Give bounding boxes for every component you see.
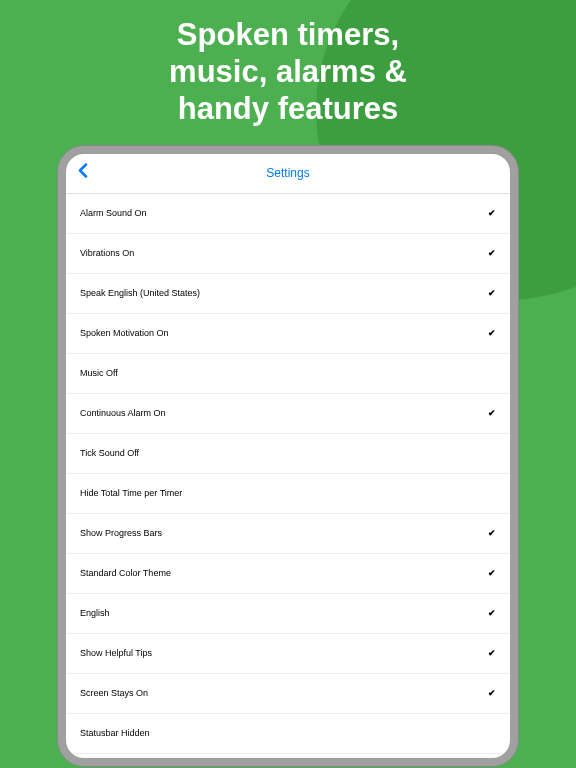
headline-line: handy features [169,90,407,127]
settings-row-label: Statusbar Hidden [80,728,150,738]
nav-title: Settings [66,166,510,180]
settings-row-spoken-motivation[interactable]: Spoken Motivation On ✔ [66,314,510,354]
settings-row-label: Standard Color Theme [80,568,171,578]
headline-line: music, alarms & [169,53,407,90]
settings-row-language[interactable]: English ✔ [66,594,510,634]
settings-row-hide-total-time[interactable]: Hide Total Time per Timer ✔ [66,474,510,514]
settings-row-alarm-sound[interactable]: Alarm Sound On ✔ [66,194,510,234]
settings-row-tick-sound[interactable]: Tick Sound Off ✔ [66,434,510,474]
settings-row-color-theme[interactable]: Standard Color Theme ✔ [66,554,510,594]
tablet-frame: Settings Alarm Sound On ✔ Vibrations On … [58,146,518,766]
check-icon: ✔ [488,248,496,258]
check-icon: ✔ [488,608,496,618]
check-icon: ✔ [488,408,496,418]
settings-row-label: Music Off [80,368,118,378]
settings-row-label: Tick Sound Off [80,448,139,458]
settings-row-label: Vibrations On [80,248,134,258]
check-icon: ✔ [488,288,496,298]
settings-row-continuous-alarm[interactable]: Continuous Alarm On ✔ [66,394,510,434]
check-icon: ✔ [488,528,496,538]
settings-row-progress-bars[interactable]: Show Progress Bars ✔ [66,514,510,554]
navigation-bar: Settings [66,154,510,194]
settings-row-vibrations[interactable]: Vibrations On ✔ [66,234,510,274]
settings-row-label: Show Progress Bars [80,528,162,538]
check-icon: ✔ [488,688,496,698]
check-icon: ✔ [488,648,496,658]
settings-row-label: English [80,608,110,618]
settings-row-label: Alarm Sound On [80,208,147,218]
settings-row-label: Continuous Alarm On [80,408,166,418]
settings-row-music[interactable]: Music Off ✔ [66,354,510,394]
check-icon: ✔ [488,328,496,338]
settings-row-label: Speak English (United States) [80,288,200,298]
settings-row-screen-stays-on[interactable]: Screen Stays On ✔ [66,674,510,714]
check-icon: ✔ [488,208,496,218]
settings-row-speak-language[interactable]: Speak English (United States) ✔ [66,274,510,314]
settings-row-helpful-tips[interactable]: Show Helpful Tips ✔ [66,634,510,674]
settings-row-label: Screen Stays On [80,688,148,698]
outer-container: Spoken timers, music, alarms & handy fea… [0,0,576,768]
headline-line: Spoken timers, [169,16,407,53]
settings-row-statusbar-hidden[interactable]: Statusbar Hidden ✔ [66,714,510,754]
back-button[interactable] [78,163,88,184]
settings-list: Alarm Sound On ✔ Vibrations On ✔ Speak E… [66,194,510,758]
chevron-left-icon [78,163,88,179]
settings-row-label: Spoken Motivation On [80,328,169,338]
check-icon: ✔ [488,568,496,578]
settings-row-label: Hide Total Time per Timer [80,488,182,498]
settings-row-label: Show Helpful Tips [80,648,152,658]
marketing-headline: Spoken timers, music, alarms & handy fea… [169,16,407,128]
